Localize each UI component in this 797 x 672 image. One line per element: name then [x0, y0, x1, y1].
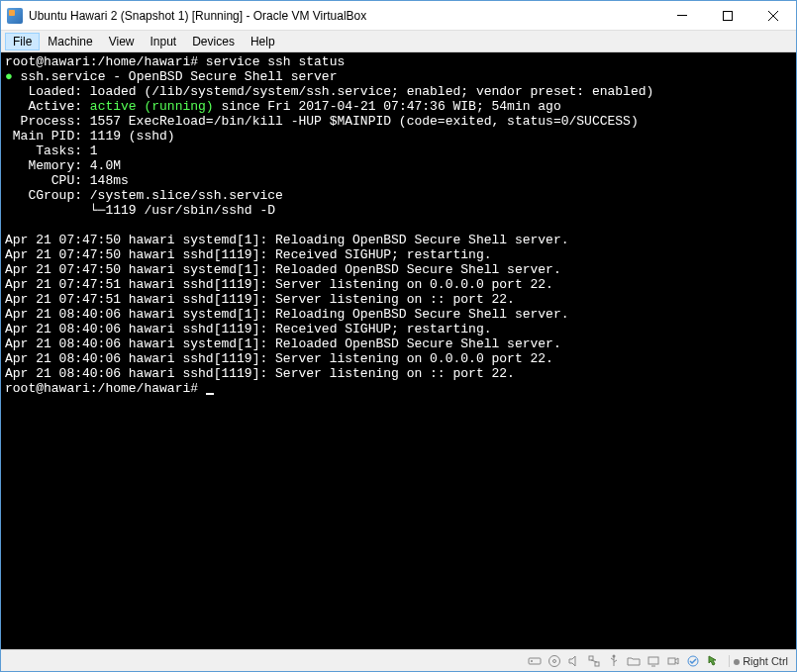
terminal-line: Apr 21 07:47:50 hawari systemd[1]: Reloa… [5, 233, 569, 247]
svg-point-6 [549, 655, 560, 666]
optical-disc-icon[interactable] [547, 653, 562, 669]
host-key-dot-icon [734, 659, 740, 665]
maximize-button[interactable] [705, 1, 750, 31]
svg-rect-13 [648, 657, 658, 664]
svg-rect-8 [589, 656, 593, 660]
recording-icon[interactable] [665, 653, 681, 669]
usb-icon[interactable] [606, 653, 622, 669]
terminal-line: Apr 21 07:47:51 hawari sshd[1119]: Serve… [5, 292, 515, 307]
minimize-button[interactable] [659, 1, 705, 31]
terminal-cursor [206, 393, 214, 395]
terminal-line: Apr 21 08:40:06 hawari systemd[1]: Reloa… [5, 336, 561, 351]
statusbar: Right Ctrl [1, 649, 796, 671]
terminal-line: Apr 21 07:47:50 hawari sshd[1119]: Recei… [5, 247, 491, 262]
svg-rect-15 [668, 658, 675, 664]
terminal-line: Apr 21 08:40:06 hawari sshd[1119]: Serve… [5, 351, 553, 366]
svg-rect-1 [724, 11, 733, 20]
svg-rect-0 [677, 15, 687, 16]
svg-rect-9 [595, 662, 599, 666]
menu-machine[interactable]: Machine [40, 33, 100, 50]
close-button[interactable] [750, 1, 796, 31]
terminal-line: CGroup: /system.slice/ssh.service [5, 188, 283, 203]
svg-line-10 [591, 660, 597, 662]
terminal-line: Tasks: 1 [5, 144, 98, 158]
terminal-line: Apr 21 07:47:51 hawari sshd[1119]: Serve… [5, 277, 553, 292]
menu-view[interactable]: View [101, 33, 143, 50]
shared-folders-icon[interactable] [626, 653, 642, 669]
terminal-line: Apr 21 08:40:06 hawari systemd[1]: Reloa… [5, 307, 569, 322]
menu-devices[interactable]: Devices [184, 33, 243, 50]
terminal-line: ● ssh.service - OpenBSD Secure Shell ser… [5, 69, 337, 84]
mouse-integration-icon[interactable] [705, 653, 721, 669]
virtualbox-icon [7, 8, 23, 24]
terminal-line: Main PID: 1119 (sshd) [5, 129, 175, 144]
menu-input[interactable]: Input [143, 33, 185, 50]
svg-rect-4 [529, 658, 541, 664]
terminal-line: Active: active (running) since Fri 2017-… [5, 99, 561, 114]
terminal-line: Apr 21 07:47:50 hawari systemd[1]: Reloa… [5, 262, 561, 277]
guest-additions-icon[interactable] [685, 653, 701, 669]
terminal[interactable]: root@hawari:/home/hawari# service ssh st… [1, 52, 796, 649]
terminal-line: CPU: 148ms [5, 173, 129, 188]
terminal-line: Apr 21 08:40:06 hawari sshd[1119]: Recei… [5, 322, 491, 336]
window-controls [659, 1, 796, 31]
terminal-line: root@hawari:/home/hawari# service ssh st… [5, 54, 345, 69]
terminal-line: Memory: 4.0M [5, 158, 121, 173]
terminal-line: Loaded: loaded (/lib/systemd/system/ssh.… [5, 84, 653, 99]
terminal-line: root@hawari:/home/hawari# [5, 381, 214, 396]
display-icon[interactable] [646, 653, 661, 669]
menu-file[interactable]: File [5, 33, 40, 50]
terminal-line: Process: 1557 ExecReload=/bin/kill -HUP … [5, 114, 639, 129]
titlebar: Ubuntu Hawari 2 (Snapshot 1) [Running] -… [1, 1, 796, 31]
network-icon[interactable] [586, 653, 602, 669]
audio-icon[interactable] [566, 653, 582, 669]
terminal-line: └─1119 /usr/sbin/sshd -D [5, 203, 275, 218]
terminal-line: Apr 21 08:40:06 hawari sshd[1119]: Serve… [5, 366, 515, 381]
window-title: Ubuntu Hawari 2 (Snapshot 1) [Running] -… [29, 9, 659, 23]
svg-point-5 [531, 660, 533, 662]
hard-disk-icon[interactable] [527, 653, 543, 669]
menu-help[interactable]: Help [243, 33, 283, 50]
svg-point-7 [553, 659, 556, 662]
svg-point-12 [613, 654, 616, 657]
menubar: File Machine View Input Devices Help [1, 31, 796, 52]
host-key-indicator[interactable]: Right Ctrl [729, 655, 792, 667]
